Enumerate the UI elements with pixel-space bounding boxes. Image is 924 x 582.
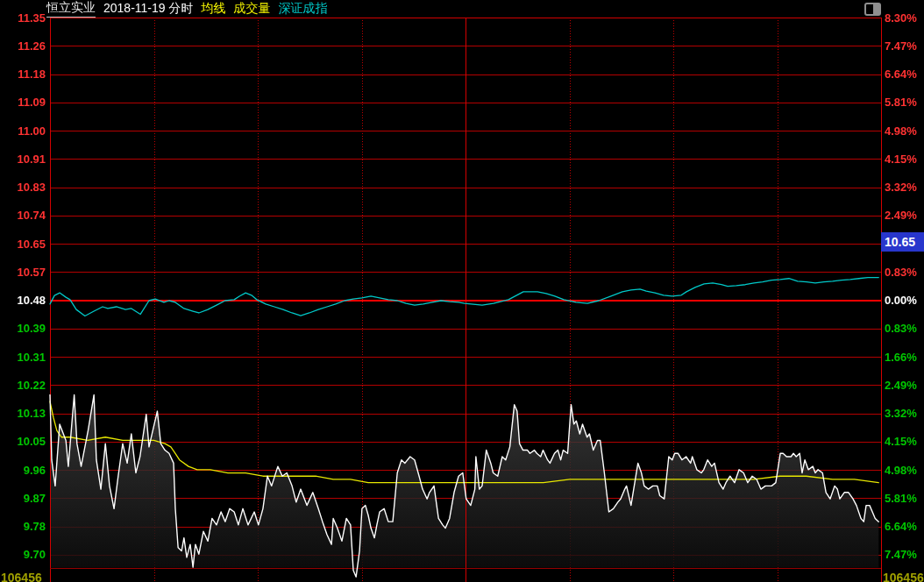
- percent-axis-label: 1.66%: [885, 351, 917, 364]
- price-axis-label: 10.05: [0, 435, 46, 448]
- date-and-charttype-label: 2018-11-19 分时: [103, 1, 193, 17]
- index-overlay-toggle[interactable]: 深证成指: [278, 1, 327, 17]
- volume-scale-label-right: 106456: [883, 571, 924, 582]
- price-axis-label: 11.26: [0, 39, 46, 53]
- panel-toggle-icon[interactable]: [864, 3, 881, 16]
- price-axis-label: 11.35: [0, 11, 46, 25]
- price-axis-label: 11.09: [0, 96, 46, 109]
- price-axis-label: 9.78: [0, 520, 46, 533]
- percent-axis-label: 8.30%: [885, 11, 917, 25]
- price-axis-label: 9.96: [0, 464, 46, 477]
- intraday-chart-canvas[interactable]: [0, 0, 924, 582]
- price-axis-label: 11.00: [0, 124, 46, 138]
- ma-legend-toggle[interactable]: 均线: [201, 1, 225, 17]
- percent-axis-label: 0.83%: [885, 322, 917, 335]
- price-axis-label: 10.74: [0, 209, 46, 222]
- stock-name: 恒立实业: [46, 0, 96, 18]
- price-axis-label: 10.48: [0, 294, 46, 307]
- volume-scale-label-left: 106456: [1, 571, 42, 582]
- percent-axis-label: 5.81%: [885, 96, 917, 109]
- volume-legend-toggle[interactable]: 成交量: [233, 1, 270, 17]
- percent-axis-label: 4.15%: [885, 153, 917, 166]
- price-axis-label: 11.18: [0, 67, 46, 81]
- percent-axis-label: 6.64%: [885, 520, 917, 533]
- price-axis-label: 10.57: [0, 266, 46, 279]
- percent-axis-label: 3.32%: [885, 181, 917, 194]
- price-axis-label: 9.87: [0, 492, 46, 505]
- intraday-chart-window: 恒立实业 2018-11-19 分时 均线 成交量 深证成指 10.65 106…: [0, 0, 924, 582]
- current-price-tag: 10.65: [881, 232, 924, 252]
- price-axis-label: 10.31: [0, 351, 46, 364]
- percent-axis-label: 7.47%: [885, 548, 917, 561]
- percent-axis-label: 0.83%: [885, 266, 917, 279]
- chart-header: 恒立实业 2018-11-19 分时 均线 成交量 深证成指: [46, 1, 327, 17]
- percent-axis-label: 0.00%: [885, 294, 917, 307]
- percent-axis-label: 7.47%: [885, 39, 917, 53]
- price-axis-label: 10.22: [0, 379, 46, 392]
- percent-axis-label: 4.98%: [885, 124, 917, 138]
- percent-axis-label: 2.49%: [885, 209, 917, 222]
- price-axis-label: 10.65: [0, 238, 46, 251]
- percent-axis-label: 4.15%: [885, 435, 917, 448]
- price-axis-label: 10.91: [0, 153, 46, 166]
- percent-axis-label: 3.32%: [885, 407, 917, 420]
- price-axis-label: 10.13: [0, 407, 46, 420]
- price-axis-label: 10.39: [0, 322, 46, 335]
- percent-axis-label: 5.81%: [885, 492, 917, 505]
- panel-toggle-icon-fill: [873, 4, 879, 14]
- percent-axis-label: 4.98%: [885, 464, 917, 477]
- percent-axis-label: 2.49%: [885, 379, 917, 392]
- percent-axis-label: 6.64%: [885, 67, 917, 81]
- price-axis-label: 9.70: [0, 548, 46, 561]
- price-axis-label: 10.83: [0, 181, 46, 194]
